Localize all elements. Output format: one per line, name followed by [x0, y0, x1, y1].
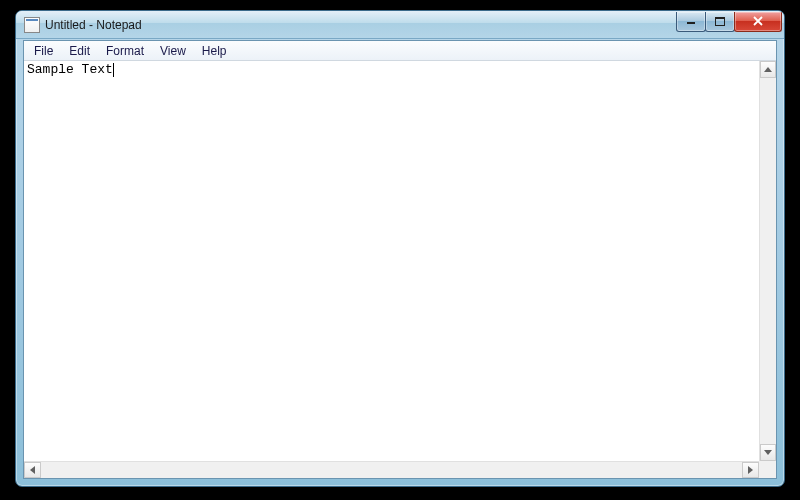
scroll-right-button[interactable] [742, 462, 759, 478]
client-area: File Edit Format View Help Sample Text [23, 40, 777, 479]
menu-help[interactable]: Help [194, 41, 235, 60]
text-caret [113, 63, 114, 77]
menubar: File Edit Format View Help [24, 41, 776, 61]
minimize-icon [686, 17, 696, 25]
chevron-up-icon [764, 67, 772, 72]
scroll-left-button[interactable] [24, 462, 41, 478]
scroll-corner [759, 461, 776, 478]
bottom-scroll-row [24, 461, 776, 478]
notepad-icon [24, 17, 40, 33]
svg-rect-0 [687, 22, 695, 24]
editor-area: Sample Text [24, 61, 776, 461]
menu-file[interactable]: File [26, 41, 61, 60]
scroll-up-button[interactable] [760, 61, 776, 78]
minimize-button[interactable] [676, 12, 706, 32]
window-title: Untitled - Notepad [45, 11, 677, 39]
chevron-left-icon [30, 466, 35, 474]
menu-view[interactable]: View [152, 41, 194, 60]
scroll-down-button[interactable] [760, 444, 776, 461]
maximize-button[interactable] [705, 12, 735, 32]
menu-format[interactable]: Format [98, 41, 152, 60]
text-editor[interactable]: Sample Text [24, 61, 759, 461]
chevron-down-icon [764, 450, 772, 455]
maximize-icon [715, 17, 725, 26]
window: Untitled - Notepad File Edit Format View… [15, 10, 785, 487]
svg-rect-2 [715, 17, 725, 19]
vertical-scrollbar[interactable] [759, 61, 776, 461]
horizontal-scrollbar[interactable] [24, 461, 759, 478]
close-icon [752, 16, 764, 26]
menu-edit[interactable]: Edit [61, 41, 98, 60]
editor-content: Sample Text [27, 62, 113, 77]
chevron-right-icon [748, 466, 753, 474]
window-controls [677, 12, 782, 32]
close-button[interactable] [734, 12, 782, 32]
titlebar[interactable]: Untitled - Notepad [16, 11, 784, 39]
hscroll-track[interactable] [41, 462, 742, 478]
vscroll-track[interactable] [760, 78, 776, 444]
